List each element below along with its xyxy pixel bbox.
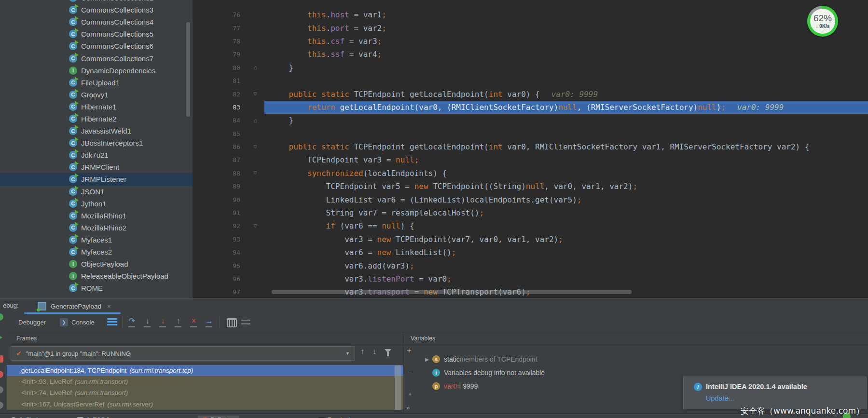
step-over-icon[interactable]: ↷	[127, 316, 137, 328]
expand-arrow-icon[interactable]: ▶	[422, 357, 432, 362]
line-number[interactable]: 88	[193, 170, 240, 177]
help-icon[interactable]	[0, 402, 3, 409]
line-number[interactable]: 86	[193, 143, 240, 150]
line-number[interactable]: 80	[193, 64, 240, 71]
frames-scrollbar[interactable]	[395, 365, 401, 410]
line-number[interactable]: 95	[193, 262, 240, 270]
frame-row[interactable]: <init>:74, LiveRef(sun.rmi.transport)	[7, 387, 403, 398]
tree-item-Groovy1[interactable]: CGroovy1	[0, 89, 193, 101]
line-number[interactable]: 79	[193, 51, 240, 58]
layout-settings-icon[interactable]	[107, 318, 117, 326]
editor-horizontal-scrollbar[interactable]	[272, 290, 632, 294]
remove-watch-icon[interactable]: −	[408, 368, 413, 377]
trace-settings-icon[interactable]	[241, 320, 250, 325]
close-icon[interactable]: ×	[107, 303, 111, 310]
force-step-into-icon[interactable]: ↓	[158, 316, 168, 328]
tree-item-ReleaseableObjectPayload[interactable]: IReleaseableObjectPayload	[0, 270, 193, 282]
network-speed-widget[interactable]: 62% ↓ 0K/s	[807, 6, 838, 37]
fold-marker-icon[interactable]: ⌂	[240, 223, 270, 229]
tree-item-JRMPListener[interactable]: CJRMPListener	[0, 173, 193, 185]
tree-item-Myfaces1[interactable]: CMyfaces1	[0, 234, 193, 246]
tree-item-DynamicDependencies[interactable]: IDynamicDependencies	[0, 65, 193, 77]
tree-item-Jython1[interactable]: CJython1	[0, 198, 193, 210]
tab-generatepayload[interactable]: GeneratePayload ×	[38, 300, 111, 312]
line-number[interactable]: 92	[193, 222, 240, 229]
previous-frame-icon[interactable]: ↑	[360, 347, 364, 356]
tree-item-CommonsCollections6[interactable]: CCommonsCollections6	[0, 40, 193, 52]
line-number[interactable]: 82	[193, 91, 240, 98]
line-number[interactable]: 83	[193, 104, 240, 111]
frame-row[interactable]: <init>:167, UnicastServerRef(sun.rmi.ser…	[7, 399, 403, 410]
line-number[interactable]: 97	[193, 288, 240, 296]
mute-breakpoints-icon[interactable]	[0, 386, 3, 393]
tree-item-ObjectPayload[interactable]: IObjectPayload	[0, 258, 193, 270]
tree-item-JBossInterceptors1[interactable]: CJBossInterceptors1	[0, 137, 193, 149]
update-notification[interactable]: i IntelliJ IDEA 2020.1.4 available Updat…	[683, 377, 867, 409]
step-out-icon[interactable]: ↑	[173, 316, 183, 328]
tree-item-Jdk7u21[interactable]: CJdk7u21	[0, 149, 193, 161]
tree-item-MozillaRhino2[interactable]: CMozillaRhino2	[0, 222, 193, 234]
frame-row[interactable]: <init>:93, LiveRef(sun.rmi.transport)	[7, 376, 403, 387]
tree-item-JavassistWeld1[interactable]: CJavassistWeld1	[0, 125, 193, 137]
tree-item-CommonsCollections3[interactable]: CCommonsCollections3	[0, 4, 193, 16]
line-number[interactable]: 91	[193, 209, 240, 216]
variable-row[interactable]: ▶sstatic members of TCPEndpoint	[422, 352, 856, 366]
line-number[interactable]: 96	[193, 275, 240, 283]
move-up-icon[interactable]: ▲	[408, 391, 413, 396]
stop-icon[interactable]	[0, 355, 3, 363]
tree-item-Hibernate1[interactable]: CHibernate1	[0, 101, 193, 113]
tree-item-Hibernate2[interactable]: CHibernate2	[0, 113, 193, 125]
tab-debugger[interactable]: Debugger	[18, 319, 46, 326]
line-number[interactable]: 77	[193, 25, 240, 32]
line-number[interactable]: 76	[193, 11, 240, 18]
tree-item-JRMPClient[interactable]: CJRMPClient	[0, 161, 193, 173]
line-number[interactable]: 81	[193, 77, 240, 84]
hide-library-frames-icon[interactable]	[385, 349, 391, 353]
tree-item-CommonsCollections2[interactable]: CCommonsCollections2	[0, 0, 193, 4]
tree-item-ROME[interactable]: CROME	[0, 282, 193, 294]
resume-icon[interactable]	[0, 334, 2, 341]
tree-item-FileUpload1[interactable]: CFileUpload1	[0, 77, 193, 89]
tree-item-JSON1[interactable]: CJSON1	[0, 186, 193, 198]
tree-item-CommonsCollections4[interactable]: CCommonsCollections4	[0, 16, 193, 28]
tree-item-CommonsCollections7[interactable]: CCommonsCollections7	[0, 52, 193, 64]
toolwindow-button-find[interactable]: 3: Find	[7, 416, 41, 418]
toolwindow-button-terminal[interactable]: ❯Terminal	[315, 416, 354, 418]
view-breakpoints-icon[interactable]	[0, 371, 3, 378]
update-link[interactable]: Update...	[706, 394, 734, 402]
code-editor[interactable]: 76 this.host = var1;77 this.port = var2;…	[193, 0, 868, 298]
tree-item-Myfaces2[interactable]: CMyfaces2	[0, 246, 193, 258]
run-to-cursor-icon[interactable]: →	[204, 316, 214, 328]
drop-frame-icon[interactable]: ×	[189, 316, 199, 328]
evaluate-expression-icon[interactable]	[227, 318, 237, 327]
line-number[interactable]: 93	[193, 236, 240, 243]
line-number[interactable]: 78	[193, 38, 240, 45]
rerun-icon[interactable]	[0, 313, 3, 321]
fold-marker-icon[interactable]: ⌂	[240, 91, 270, 97]
tab-console[interactable]: Console	[71, 319, 95, 326]
line-number[interactable]: 90	[193, 196, 240, 203]
chevrons-right-icon[interactable]: »	[406, 404, 410, 411]
new-watch-icon[interactable]: +	[407, 346, 412, 355]
line-number[interactable]: 94	[193, 249, 240, 256]
fold-marker-icon[interactable]: ⌂	[240, 117, 270, 124]
line-number[interactable]: 87	[193, 156, 240, 163]
next-frame-icon[interactable]: ↓	[372, 347, 376, 356]
tree-item-MozillaRhino1[interactable]: CMozillaRhino1	[0, 210, 193, 222]
thread-dropdown[interactable]: ✔ "main"@1 in group "main": RUNNING ▼	[11, 346, 355, 361]
frames-variables-divider[interactable]	[403, 332, 403, 418]
debug-left-toolbar[interactable]	[0, 298, 7, 418]
fold-marker-icon[interactable]: ⌂	[240, 64, 270, 71]
tree-item-CommonsCollections5[interactable]: CCommonsCollections5	[0, 28, 193, 40]
tree-scrollbar[interactable]	[186, 22, 190, 117]
frame-row[interactable]: getLocalEndpoint:184, TCPEndpoint(sun.rm…	[7, 365, 403, 376]
toolwindow-button-debug[interactable]: 5: Debug	[198, 416, 239, 418]
line-number[interactable]: 89	[193, 183, 240, 190]
toolwindow-button-todo[interactable]: 6: TODO	[73, 416, 114, 418]
line-number[interactable]: 84	[193, 117, 240, 124]
line-number[interactable]: 85	[193, 130, 240, 137]
fold-marker-icon[interactable]: ⌂	[240, 144, 270, 150]
code-line-83[interactable]: 83 return getLocalEndpoint(var0, (RMICli…	[193, 101, 868, 114]
fold-marker-icon[interactable]: ⌂	[240, 170, 270, 176]
step-into-icon[interactable]: ↓	[142, 316, 152, 328]
